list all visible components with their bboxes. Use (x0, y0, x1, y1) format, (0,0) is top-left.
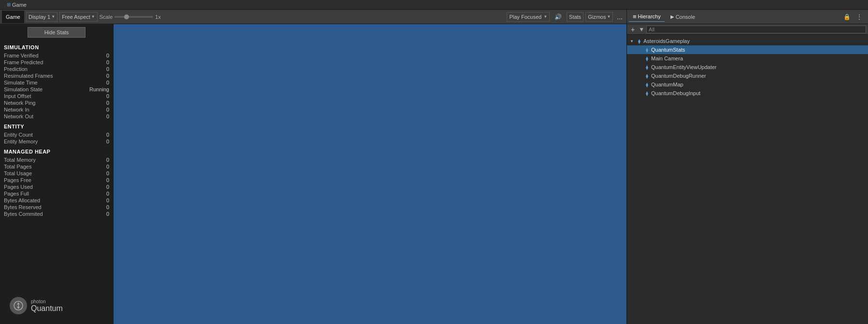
hierarchy-panel: + ▼ ▼ ⧫ AsteroidsGameplay ⧫ QuantumStats… (626, 24, 868, 324)
photon-icon-svg (13, 300, 24, 311)
logo-text-block: photon Quantum (31, 299, 63, 313)
stat-network-in: Network In 0 (0, 106, 113, 113)
tree-item-quantumEntityViewUpdater[interactable]: ⧫ QuantumEntityViewUpdater (627, 63, 868, 71)
tab-hierarchy[interactable]: ≡ Hierarchy (629, 12, 665, 22)
stat-total-memory: Total Memory 0 (0, 156, 113, 163)
stat-pages-used: Pages Used 0 (0, 183, 113, 190)
play-focused-dropdown[interactable]: Play Focused ▼ (507, 12, 550, 22)
tree-item-quantumStats[interactable]: ⧫ QuantumStats (627, 45, 868, 54)
top-menu-bar: ⊞ Game (0, 0, 868, 10)
scale-slider[interactable] (114, 16, 153, 18)
hierarchy-search-input[interactable] (646, 26, 866, 33)
quantum-logo: photon Quantum (5, 292, 113, 319)
game-view[interactable] (114, 24, 626, 324)
photon-logo-icon (10, 297, 27, 314)
stat-total-usage: Total Usage 0 (0, 170, 113, 177)
tree-icon-quantumStats: ⧫ (643, 46, 650, 53)
hide-stats-button[interactable]: Hide Stats (28, 27, 85, 38)
display-dropdown-arrow: ▼ (51, 14, 55, 19)
tree-icon-quantumDebugInput: ⧫ (643, 90, 650, 97)
play-controls: Play Focused ▼ (507, 12, 550, 22)
managed-heap-section-title: MANAGED HEAP (0, 145, 113, 156)
stat-entity-memory: Entity Memory 0 (0, 138, 113, 145)
stat-entity-count: Entity Count 0 (0, 131, 113, 138)
stat-bytes-allocated: Bytes Allocated 0 (0, 197, 113, 204)
hierarchy-right-controls: 🔒 ⋮ (841, 13, 866, 21)
main-content: Hide Stats SIMULATION Frame Verified 0 F… (0, 24, 868, 324)
tree-item-mainCamera[interactable]: ⧫ Main Camera (627, 54, 868, 63)
tree-label-quantumDebugInput: QuantumDebugInput (651, 90, 700, 96)
tree-icon-quantumEntityViewUpdater: ⧫ (643, 64, 650, 70)
tree-item-quantumDebugInput[interactable]: ⧫ QuantumDebugInput (627, 89, 868, 98)
tree-icon-mainCamera: ⧫ (643, 55, 650, 62)
tree-label-quantumStats: QuantumStats (651, 47, 685, 53)
stat-pages-full: Pages Full 0 (0, 190, 113, 197)
hierarchy-dots-button[interactable]: ⋮ (854, 13, 864, 21)
stat-resimulated-frames: Resimulated Frames 0 (0, 72, 113, 79)
sound-button[interactable]: 🔊 (552, 13, 565, 21)
stat-simulate-time: Simulate Time 0 (0, 79, 113, 86)
tree-item-quantumDebugRunner[interactable]: ⧫ QuantumDebugRunner (627, 71, 868, 80)
stat-frame-verified: Frame Verified 0 (0, 52, 113, 59)
stat-frame-predicted: Frame Predicted 0 (0, 59, 113, 66)
stat-bytes-commited: Bytes Commited 0 (0, 211, 113, 217)
entity-section-title: ENTITY (0, 120, 113, 131)
tree-arrow-asteroidsGameplay: ▼ (629, 39, 635, 43)
tree-label-quantumDebugRunner: QuantumDebugRunner (651, 73, 706, 79)
stats-dropdown[interactable]: Stats (567, 12, 583, 22)
tree-icon-quantumDebugRunner: ⧫ (643, 72, 650, 79)
scale-control: Scale 1x (100, 14, 161, 20)
gizmos-arrow: ▼ (607, 14, 611, 19)
scale-thumb[interactable] (124, 14, 129, 19)
tree-item-asteroidsGameplay[interactable]: ▼ ⧫ AsteroidsGameplay (627, 37, 868, 45)
game-menu-item[interactable]: ⊞ Game (3, 0, 30, 9)
game-toolbar: Game Display 1 ▼ Free Aspect ▼ Scale 1x … (0, 10, 626, 24)
stat-network-ping: Network Ping 0 (0, 99, 113, 106)
stat-network-out: Network Out 0 (0, 113, 113, 120)
hierarchy-tree: ▼ ⧫ AsteroidsGameplay ⧫ QuantumStats ⧫ M… (627, 35, 868, 324)
hierarchy-panel-toolbar: + ▼ (627, 24, 868, 35)
tree-icon-quantumMap: ⧫ (643, 81, 650, 88)
game-dots-menu[interactable]: ... (615, 13, 625, 21)
stat-bytes-reserved: Bytes Reserved 0 (0, 204, 113, 211)
photon-text: photon (31, 299, 63, 304)
tree-item-quantumMap[interactable]: ⧫ QuantumMap (627, 80, 868, 89)
simulation-section-title: SIMULATION (0, 41, 113, 52)
hierarchy-toolbar: ≡ Hierarchy ▶ Console 🔒 ⋮ (626, 10, 868, 24)
hierarchy-lock-button[interactable]: 🔒 (841, 13, 853, 21)
tree-label-mainCamera: Main Camera (651, 56, 683, 61)
aspect-dropdown-arrow: ▼ (91, 14, 95, 19)
aspect-dropdown[interactable]: Free Aspect ▼ (59, 12, 98, 22)
game-tab[interactable]: Game (2, 11, 24, 23)
tab-console[interactable]: ▶ Console (667, 13, 699, 21)
tree-label-quantumMap: QuantumMap (651, 82, 683, 87)
quantum-text: Quantum (31, 304, 63, 312)
stat-simulation-state: Simulation State Running (0, 86, 113, 93)
tree-label-quantumEntityViewUpdater: QuantumEntityViewUpdater (651, 64, 717, 70)
tree-label-asteroidsGameplay: AsteroidsGameplay (643, 38, 690, 44)
hierarchy-dropdown-arrow[interactable]: ▼ (639, 26, 644, 33)
stat-input-offset: Input Offset 0 (0, 93, 113, 99)
stat-pages-free: Pages Free 0 (0, 177, 113, 183)
toolbar-row: Game Display 1 ▼ Free Aspect ▼ Scale 1x … (0, 10, 868, 24)
display-dropdown[interactable]: Display 1 ▼ (26, 12, 57, 22)
stat-total-pages: Total Pages 0 (0, 163, 113, 170)
tree-icon-asteroidsGameplay: ⧫ (636, 38, 642, 44)
hierarchy-add-button[interactable]: + (629, 26, 637, 33)
stat-prediction: Prediction 0 (0, 66, 113, 72)
play-focused-arrow: ▼ (543, 14, 547, 19)
gizmos-dropdown[interactable]: Gizmos ▼ (585, 12, 613, 22)
stats-panel: Hide Stats SIMULATION Frame Verified 0 F… (0, 24, 114, 324)
